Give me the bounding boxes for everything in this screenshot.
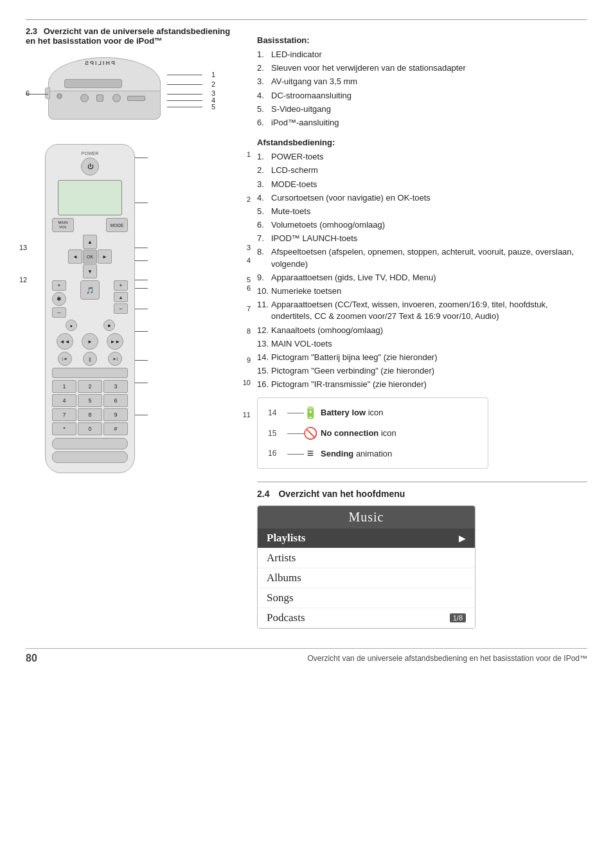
list-num: 16. <box>257 379 271 390</box>
vol-group-left: + ✱ – <box>52 280 66 318</box>
list-item: 11.Apparaattoetsen (CC/Text, wissen, inv… <box>257 299 587 322</box>
list-item: 15.Pictogram "Geen verbinding" (zie hier… <box>257 365 587 377</box>
list-item: 16.Pictogram "IR-transmissie" (zie hiero… <box>257 379 587 390</box>
item-text: Mute-toets <box>271 206 587 217</box>
main-vol-button[interactable]: MAINVOL <box>52 218 74 232</box>
fast-forward-button[interactable]: ►► <box>107 333 123 350</box>
prev-button[interactable]: |◄ <box>58 352 72 366</box>
list-num: 8. <box>257 246 271 269</box>
ipod-launch-button[interactable]: 🎵 <box>80 280 100 300</box>
menu-item-albums[interactable]: Albums <box>258 568 475 588</box>
base-station-diagram: PHILIPS 1 2 <box>26 52 218 132</box>
item-text: Pictogram "Geen verbinding" (zie hierond… <box>271 365 587 377</box>
menu-item-podcasts[interactable]: Podcasts 1/8 <box>258 608 475 628</box>
remote-callout-11: 11 <box>243 411 251 419</box>
section-23-num: 2.3 <box>26 26 37 36</box>
cl-9 <box>135 360 148 361</box>
nav-ok-button[interactable]: OK <box>83 249 97 264</box>
list-num: 4. <box>257 192 271 204</box>
callout-line-3 <box>167 94 202 95</box>
nav-left-button[interactable]: ◄ <box>68 249 82 264</box>
vol-plus-right[interactable]: + <box>114 280 128 291</box>
num-8-button[interactable]: 8 <box>78 408 102 421</box>
num-star-button[interactable]: * <box>52 422 76 435</box>
play-button[interactable]: ► <box>82 333 98 350</box>
num-4-button[interactable]: 4 <box>52 394 76 407</box>
list-num: 3. <box>257 179 271 190</box>
list-item: 5.S-Video-uitgang <box>257 104 587 115</box>
bottom-button-1[interactable] <box>52 438 128 449</box>
nav-up-button[interactable]: ▲ <box>83 235 97 249</box>
menu-item-playlists-label: Playlists <box>267 532 305 545</box>
menu-item-songs[interactable]: Songs <box>258 588 475 608</box>
base-svideo-port <box>112 94 121 102</box>
item-text: iPod™-aansluiting <box>271 117 587 129</box>
nav-empty-tl <box>68 235 82 249</box>
item-text: MODE-toets <box>271 179 587 190</box>
bottom-button-2[interactable] <box>52 451 128 463</box>
next-button[interactable]: ►| <box>108 352 122 366</box>
icon-arrow-15: —— <box>287 428 300 438</box>
long-button-9[interactable] <box>52 368 128 378</box>
remote-callout-2: 2 <box>247 195 251 203</box>
rec-button[interactable]: ● <box>66 320 77 331</box>
skip-row: |◄ || ►| <box>52 352 128 366</box>
stop-button[interactable]: ■ <box>103 320 115 331</box>
menu-item-artists-label: Artists <box>267 552 296 565</box>
nav-right-button[interactable]: ► <box>98 249 112 264</box>
num-0-button[interactable]: 0 <box>78 422 102 435</box>
item-text: POWER-toets <box>271 151 587 163</box>
item-text: Pictogram "Batterij bijna leeg" (zie hie… <box>271 352 587 363</box>
num-9-button[interactable]: 9 <box>103 408 128 421</box>
num-1-button[interactable]: 1 <box>52 380 76 393</box>
power-button[interactable]: ⏻ <box>81 158 99 176</box>
menu-item-podcasts-label: Podcasts <box>267 611 305 624</box>
num-6-button[interactable]: 6 <box>103 394 128 407</box>
callout-num-2: 2 <box>211 80 215 88</box>
battery-low-label: Battery low icon <box>321 408 384 417</box>
rewind-button[interactable]: ◄◄ <box>57 333 73 350</box>
vol-minus-right[interactable]: – <box>114 303 128 314</box>
icon-arrow-14: —— <box>287 408 300 417</box>
ch-up-button[interactable]: ▲ <box>114 292 128 302</box>
num-7-button[interactable]: 7 <box>52 408 76 421</box>
nav-down-button[interactable]: ▼ <box>83 264 97 278</box>
no-connection-icon: 🚫 <box>300 426 321 440</box>
icon-row-14: 14 —— 🔋 Battery low icon <box>268 406 477 420</box>
list-num: 2. <box>257 165 271 176</box>
list-item: 3.AV-uitgang van 3,5 mm <box>257 76 587 87</box>
list-item: 5.Mute-toets <box>257 206 587 217</box>
mute-button[interactable]: ✱ <box>52 292 66 306</box>
icon-row-16: 16 —— ≡ Sending animation <box>268 447 477 460</box>
callout-line-2 <box>167 84 202 85</box>
num-hash-button[interactable]: # <box>103 422 128 435</box>
menu-item-playlists[interactable]: Playlists ▶ <box>258 529 475 548</box>
callout-line-5 <box>167 107 202 107</box>
cl-3 <box>135 248 148 248</box>
num-5-button[interactable]: 5 <box>78 394 102 407</box>
section-23-title: Overzicht van de universele afstandsbedi… <box>26 26 230 46</box>
num-3-button[interactable]: 3 <box>103 380 128 393</box>
menu-item-podcasts-badge: 1/8 <box>450 613 466 622</box>
footer-text: Overzicht van de universele afstandsbedi… <box>307 654 587 663</box>
cl-5 <box>135 280 148 280</box>
nav-empty-bl <box>68 264 82 278</box>
vol-plus-left[interactable]: + <box>52 280 66 291</box>
item-text: MAIN VOL-toets <box>271 338 587 350</box>
pause-button[interactable]: || <box>83 352 97 366</box>
base-slot <box>64 79 122 88</box>
ipod-launch-group: 🎵 <box>80 280 100 318</box>
vol-minus-left[interactable]: – <box>52 307 66 318</box>
num-2-button[interactable]: 2 <box>78 380 102 393</box>
remote-callout-6: 6 <box>247 284 251 292</box>
menu-item-artists[interactable]: Artists <box>258 548 475 568</box>
bottom-buttons <box>52 438 128 463</box>
section-24: 2.4 Overzicht van het hoofdmenu Music Pl… <box>257 482 587 629</box>
menu-item-songs-label: Songs <box>267 592 294 604</box>
list-num: 5. <box>257 206 271 217</box>
cl-7 <box>135 309 148 309</box>
remote-list: 1.POWER-toets 2.LCD-scherm 3.MODE-toets … <box>257 151 587 390</box>
numpad: 1 2 3 4 5 6 7 8 9 * 0 # <box>52 380 128 435</box>
mode-button[interactable]: MODE <box>106 218 128 232</box>
menu-item-albums-label: Albums <box>267 572 301 584</box>
